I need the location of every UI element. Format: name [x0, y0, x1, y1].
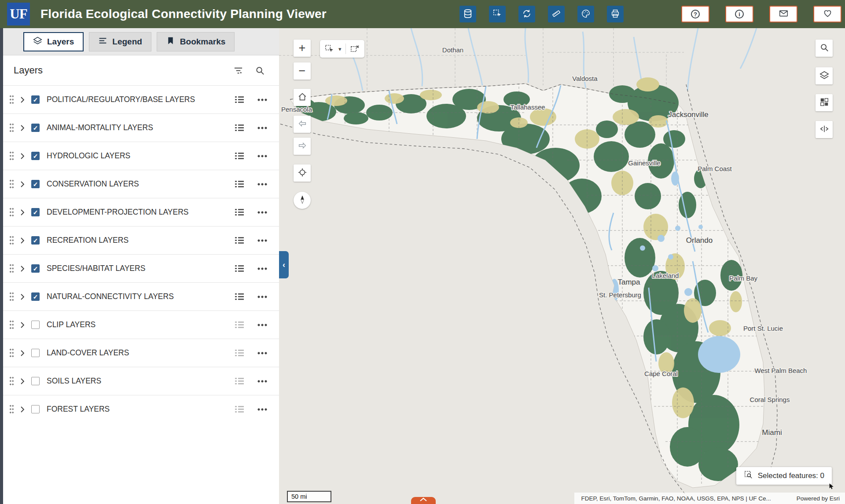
legend-list-icon[interactable] — [235, 377, 244, 385]
options-menu-icon[interactable] — [257, 408, 268, 411]
layer-checkbox[interactable] — [31, 208, 40, 216]
print-button[interactable] — [607, 6, 624, 22]
options-menu-icon[interactable] — [257, 239, 268, 242]
expand-chevron-icon[interactable] — [20, 124, 25, 131]
legend-list-icon[interactable] — [235, 152, 244, 160]
options-menu-icon[interactable] — [257, 352, 268, 354]
help-button[interactable]: ? — [681, 6, 709, 22]
drag-handle-icon[interactable] — [9, 179, 14, 189]
next-extent-button[interactable] — [294, 138, 311, 155]
map-canvas[interactable]: DothanValdostaTallahasseeJacksonvillePen… — [279, 28, 845, 504]
drag-handle-icon[interactable] — [9, 292, 14, 302]
expand-chevron-icon[interactable] — [20, 406, 25, 413]
contact-button[interactable] — [769, 6, 797, 22]
swipe-button[interactable] — [816, 121, 833, 138]
home-button[interactable] — [294, 89, 311, 106]
options-menu-icon[interactable] — [257, 99, 268, 101]
measure-button[interactable] — [548, 6, 565, 22]
legend-list-icon[interactable] — [235, 237, 244, 244]
legend-list-icon[interactable] — [235, 180, 244, 188]
drag-handle-icon[interactable] — [9, 376, 14, 386]
tab-layers[interactable]: Layers — [23, 32, 84, 51]
collapsed-panel-strip[interactable] — [0, 28, 3, 504]
drag-handle-icon[interactable] — [9, 320, 14, 330]
locate-button[interactable] — [294, 164, 311, 182]
options-menu-icon[interactable] — [257, 211, 268, 214]
expand-chevron-icon[interactable] — [20, 181, 25, 188]
legend-list-icon[interactable] — [235, 349, 244, 357]
layer-checkbox[interactable] — [31, 264, 40, 273]
favorite-button[interactable] — [813, 6, 841, 22]
layer-checkbox[interactable] — [31, 124, 40, 132]
layer-checkbox[interactable] — [31, 321, 40, 329]
expand-chevron-icon[interactable] — [20, 378, 25, 385]
basemap-gallery-button[interactable] — [816, 94, 833, 111]
select-features-button[interactable] — [489, 6, 506, 22]
selected-features-badge[interactable]: Selected features: 0 — [736, 467, 832, 485]
drag-handle-icon[interactable] — [9, 123, 14, 133]
options-menu-icon[interactable] — [257, 380, 268, 383]
drag-handle-icon[interactable] — [9, 207, 14, 217]
draw-button[interactable] — [577, 6, 594, 22]
drag-handle-icon[interactable] — [9, 263, 14, 274]
layer-checkbox[interactable] — [31, 180, 40, 188]
filter-icon[interactable] — [233, 66, 243, 76]
drag-handle-icon[interactable] — [9, 404, 14, 414]
layer-list-button[interactable] — [816, 67, 833, 84]
legend-list-icon[interactable] — [235, 265, 244, 272]
bookmark-icon — [166, 36, 175, 47]
layer-checkbox[interactable] — [31, 292, 40, 301]
basemap[interactable]: DothanValdostaTallahasseeJacksonvillePen… — [279, 28, 845, 504]
drag-handle-icon[interactable] — [9, 235, 14, 245]
legend-list-icon[interactable] — [235, 293, 244, 300]
options-menu-icon[interactable] — [257, 183, 268, 186]
info-button[interactable]: i — [725, 6, 753, 22]
expand-widget-button[interactable] — [411, 497, 436, 504]
layer-checkbox[interactable] — [31, 152, 40, 160]
tab-bookmarks[interactable]: Bookmarks — [157, 32, 235, 51]
layer-checkbox[interactable] — [31, 95, 40, 104]
tab-legend[interactable]: Legend — [89, 32, 151, 51]
toolbar-divider — [345, 44, 346, 54]
expand-chevron-icon[interactable] — [20, 209, 25, 216]
zoom-out-button[interactable]: − — [294, 62, 311, 80]
expand-chevron-icon[interactable] — [20, 237, 25, 244]
zoom-in-button[interactable]: + — [294, 40, 311, 57]
select-by-rectangle-icon[interactable] — [324, 44, 334, 54]
powered-by-text: Powered by Esri — [797, 495, 840, 502]
drag-handle-icon[interactable] — [9, 95, 14, 105]
info-icon: i — [735, 10, 744, 18]
legend-list-icon[interactable] — [235, 321, 244, 329]
layer-checkbox[interactable] — [31, 405, 40, 413]
dropdown-caret-icon[interactable]: ▾ — [338, 46, 342, 52]
compass-button[interactable] — [294, 192, 311, 209]
layer-checkbox[interactable] — [31, 377, 40, 385]
layer-checkbox[interactable] — [31, 349, 40, 357]
refresh-button[interactable] — [518, 6, 535, 22]
options-menu-icon[interactable] — [257, 127, 268, 129]
expand-chevron-icon[interactable] — [20, 153, 25, 160]
layer-checkbox[interactable] — [31, 236, 40, 245]
clear-selection-icon[interactable] — [350, 44, 360, 54]
drag-handle-icon[interactable] — [9, 151, 14, 161]
previous-extent-button[interactable] — [294, 116, 311, 133]
options-menu-icon[interactable] — [257, 155, 268, 157]
legend-list-icon[interactable] — [235, 96, 244, 103]
legend-list-icon[interactable] — [235, 208, 244, 216]
drag-handle-icon[interactable] — [9, 348, 14, 358]
options-menu-icon[interactable] — [257, 267, 268, 270]
expand-chevron-icon[interactable] — [20, 321, 25, 329]
layer-row: RECREATION LAYERS — [3, 226, 279, 254]
expand-chevron-icon[interactable] — [20, 96, 25, 103]
legend-list-icon[interactable] — [235, 405, 244, 413]
search-icon[interactable] — [255, 66, 265, 76]
expand-chevron-icon[interactable] — [20, 265, 25, 272]
options-menu-icon[interactable] — [257, 324, 268, 326]
legend-list-icon[interactable] — [235, 124, 244, 131]
collapse-panel-handle[interactable]: ‹ — [279, 251, 289, 278]
map-search-button[interactable] — [816, 40, 833, 57]
expand-chevron-icon[interactable] — [20, 293, 25, 300]
options-menu-icon[interactable] — [257, 296, 268, 298]
database-button[interactable] — [459, 6, 476, 22]
expand-chevron-icon[interactable] — [20, 350, 25, 357]
